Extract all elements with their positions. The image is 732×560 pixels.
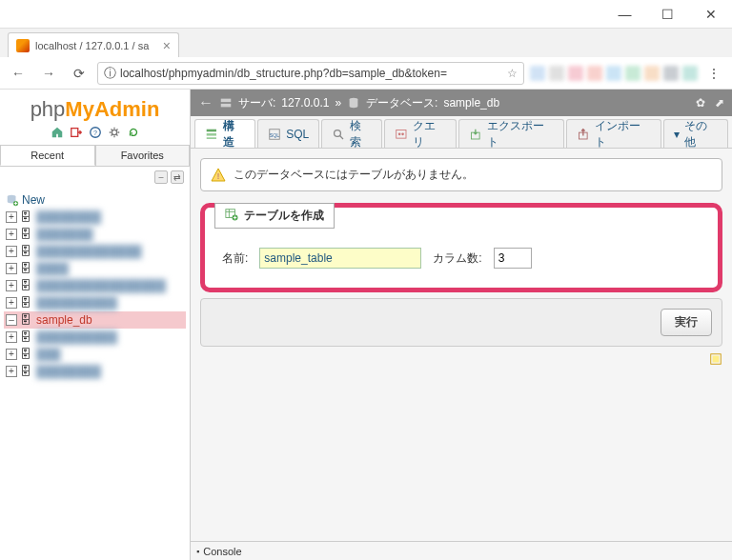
svg-rect-24 (713, 356, 720, 363)
expand-icon[interactable]: + (6, 263, 17, 274)
forward-button[interactable]: → (36, 61, 61, 86)
tree-db-item[interactable]: +🗄████████████████ (4, 277, 186, 294)
tree-db-item[interactable]: +🗄████ (4, 260, 186, 277)
expand-icon[interactable]: + (6, 211, 17, 223)
reload-nav-icon[interactable] (127, 126, 140, 139)
console-bar[interactable]: ▪ Console (191, 541, 732, 560)
db-icon: 🗄 (20, 296, 33, 310)
tree-db-item[interactable]: +🗄██████████ (4, 329, 186, 346)
browser-tab-bar: localhost / 127.0.0.1 / sa × (0, 29, 732, 57)
breadcrumb-db-value[interactable]: sample_db (443, 96, 499, 110)
tree-db-item[interactable]: +🗄█████████████ (4, 243, 186, 260)
extension-icon[interactable] (549, 66, 564, 81)
breadcrumb: ← サーバ: 127.0.0.1 » データベース: sample_db ✿ ⬈ (191, 90, 732, 116)
sidebar-tree-tools: – ⇄ (0, 167, 190, 188)
collapse-icon[interactable]: – (6, 314, 17, 326)
sidebar-tabs: Recent Favorites (0, 145, 190, 167)
page-settings-icon[interactable]: ✿ (694, 96, 707, 110)
sidebar-tab-recent[interactable]: Recent (0, 145, 95, 166)
docs-icon[interactable]: ? (89, 126, 102, 139)
extension-icon[interactable] (682, 66, 698, 81)
window-minimize-button[interactable]: ― (603, 0, 646, 29)
tab-search[interactable]: 検索 (321, 119, 382, 148)
expand-icon[interactable]: + (6, 297, 17, 309)
warning-icon: ! (211, 168, 226, 183)
extension-icon[interactable] (625, 66, 640, 81)
columns-count-input[interactable] (494, 248, 532, 269)
expand-icon[interactable]: + (6, 280, 17, 291)
tab-close-icon[interactable]: × (163, 38, 171, 53)
sidebar-quick-icons: ? (0, 126, 190, 145)
reload-button[interactable]: ⟳ (67, 61, 92, 86)
table-name-input[interactable] (259, 248, 421, 269)
link-icon[interactable]: ⇄ (171, 170, 184, 184)
expand-icon[interactable]: + (6, 331, 17, 343)
tab-search-label: 検索 (350, 118, 372, 150)
sidebar-tab-favorites[interactable]: Favorites (95, 145, 191, 166)
menu-icon[interactable]: ⋮ (702, 61, 726, 86)
svg-text:?: ? (93, 130, 97, 136)
window-close-button[interactable]: ✕ (689, 0, 732, 29)
tab-export[interactable]: エクスポート (458, 119, 564, 148)
logout-icon[interactable] (70, 126, 83, 139)
db-icon: 🗄 (20, 348, 33, 361)
svg-rect-15 (396, 130, 406, 138)
breadcrumb-server-value[interactable]: 127.0.0.1 (281, 96, 329, 110)
home-icon[interactable] (51, 126, 64, 139)
tab-more[interactable]: ▾ その他 (663, 119, 728, 148)
extension-icon[interactable] (568, 66, 583, 81)
extension-icon[interactable] (606, 66, 621, 81)
export-icon (469, 128, 482, 141)
tab-import[interactable]: インポート (566, 119, 661, 148)
page-help-icon[interactable]: ⬈ (713, 96, 726, 110)
db-tree: New +🗄████████ +🗄███████ +🗄█████████████… (0, 188, 190, 384)
expand-icon[interactable]: + (6, 349, 17, 360)
url-field[interactable]: ⓘ localhost/phpmyadmin/db_structure.php?… (97, 62, 524, 85)
extension-icon[interactable] (530, 66, 545, 81)
tree-new[interactable]: New (4, 191, 186, 209)
svg-point-17 (402, 132, 405, 135)
breadcrumb-back-icon[interactable]: ← (198, 94, 214, 111)
svg-point-3 (112, 130, 116, 134)
tree-db-item[interactable]: +🗄███████ (4, 226, 186, 243)
expand-icon[interactable]: + (6, 229, 17, 240)
tab-structure[interactable]: 構造 (194, 119, 255, 148)
notice-text: このデータベースにはテーブルがありません。 (234, 167, 474, 183)
tab-query[interactable]: クエリ (384, 119, 457, 148)
server-icon (219, 96, 233, 110)
extension-icon[interactable] (663, 66, 679, 81)
tree-db-item[interactable]: +🗄███ (4, 346, 186, 363)
site-info-icon[interactable]: ⓘ (104, 65, 116, 82)
browser-tab[interactable]: localhost / 127.0.0.1 / sa × (8, 32, 179, 57)
console-toggle-icon[interactable]: ▪ (196, 547, 199, 556)
browser-tab-title: localhost / 127.0.0.1 / sa (35, 40, 149, 51)
content-area: ! このデータベースにはテーブルがありません。 テーブルを作成 名前: カラム数… (191, 149, 732, 560)
db-icon: 🗄 (20, 330, 33, 344)
bookmark-panel-icon[interactable] (709, 355, 722, 369)
extension-icon[interactable] (644, 66, 660, 81)
expand-icon[interactable]: + (6, 366, 17, 377)
collapse-all-icon[interactable]: – (154, 170, 168, 184)
tree-db-item[interactable]: +🗄████████ (4, 363, 186, 380)
svg-text:!: ! (217, 171, 220, 181)
structure-icon (205, 128, 218, 141)
table-add-icon (225, 208, 238, 224)
back-button[interactable]: ← (6, 61, 30, 86)
db-icon: 🗄 (20, 262, 33, 275)
settings-icon[interactable] (108, 126, 121, 139)
db-icon: 🗄 (20, 210, 33, 224)
tree-db-item[interactable]: +🗄██████████ (4, 294, 186, 311)
no-tables-notice: ! このデータベースにはテーブルがありません。 (200, 158, 722, 191)
execute-button[interactable]: 実行 (661, 309, 712, 336)
app-body: phpMyAdmin ? Recent Favorites – ⇄ New +🗄… (0, 90, 732, 560)
tab-sql[interactable]: SQL SQL (257, 119, 319, 148)
expand-icon[interactable]: + (6, 246, 17, 257)
bookmark-star-icon[interactable]: ☆ (507, 67, 518, 80)
window-maximize-button[interactable]: ☐ (646, 0, 689, 29)
tree-db-item[interactable]: +🗄████████ (4, 209, 186, 226)
tree-db-sample-db[interactable]: –🗄sample_db (4, 311, 186, 329)
extension-icon[interactable] (587, 66, 602, 81)
chevron-down-icon: ▾ (674, 128, 680, 141)
db-icon: 🗄 (20, 365, 33, 378)
tab-export-label: エクスポート (487, 118, 555, 150)
